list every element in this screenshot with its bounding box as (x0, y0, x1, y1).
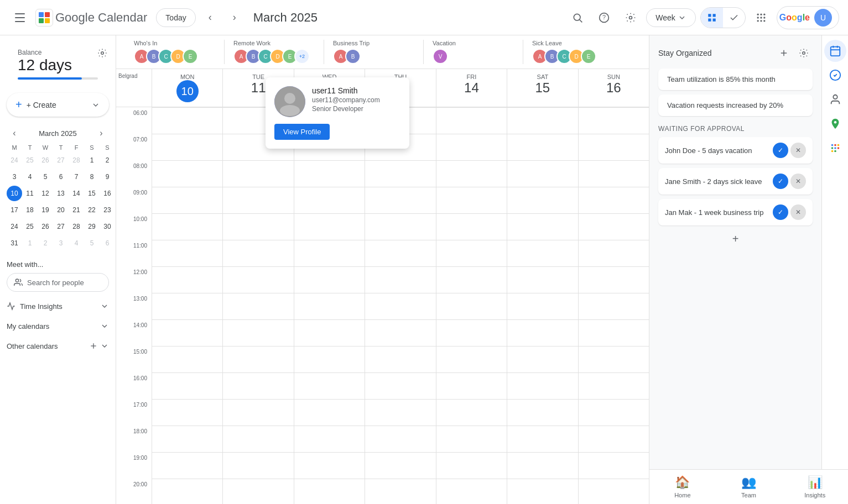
grid-cell[interactable] (507, 319, 578, 346)
mini-cal-day[interactable]: 1 (22, 235, 38, 251)
balance-settings-button[interactable] (93, 44, 111, 62)
grid-cell[interactable] (436, 134, 507, 160)
grid-view-button[interactable] (701, 8, 723, 28)
grid-cell[interactable] (222, 346, 293, 372)
grid-cell[interactable] (365, 213, 435, 240)
mini-cal-day[interactable]: 31 (7, 235, 22, 251)
mini-cal-day[interactable]: 17 (7, 202, 22, 218)
reject-button[interactable]: ✕ (790, 143, 806, 158)
grid-cell[interactable] (436, 160, 507, 187)
grid-cell[interactable] (365, 266, 435, 293)
grid-cell[interactable] (507, 107, 578, 134)
day-header-mon[interactable]: MON 10 (152, 69, 222, 107)
grid-cell[interactable] (152, 107, 222, 134)
mini-cal-day[interactable]: 25 (22, 219, 38, 234)
maps-icon-button[interactable] (824, 113, 846, 135)
settings-button[interactable] (620, 7, 642, 29)
mini-cal-day[interactable]: 18 (22, 202, 38, 218)
grid-cell[interactable] (294, 479, 365, 504)
mini-cal-day[interactable]: 20 (53, 202, 69, 218)
day-header-fri[interactable]: FRI 14 (436, 69, 507, 107)
mini-cal-day[interactable]: 2 (38, 235, 53, 251)
bottom-nav-home[interactable]: 🏠 Home (649, 470, 716, 504)
grid-cell[interactable] (222, 293, 293, 319)
mini-cal-day[interactable]: 19 (38, 202, 53, 218)
approve-button[interactable]: ✓ (773, 204, 788, 220)
grid-cell[interactable] (222, 240, 293, 266)
grid-cell[interactable] (294, 240, 365, 266)
grid-cell[interactable] (578, 319, 649, 346)
reject-button[interactable]: ✕ (790, 204, 806, 220)
mini-cal-day[interactable]: 29 (84, 219, 100, 234)
mini-cal-next-button[interactable]: › (93, 125, 109, 141)
grid-cell[interactable] (365, 452, 435, 479)
grid-cell[interactable] (436, 293, 507, 319)
mini-cal-day[interactable]: 24 (7, 153, 22, 168)
grid-cell[interactable] (507, 240, 578, 266)
avatar[interactable]: V (433, 49, 448, 64)
mini-cal-day[interactable]: 8 (84, 169, 100, 185)
grid-cell[interactable] (222, 160, 293, 187)
my-calendars-header[interactable]: My calendars (0, 318, 116, 334)
grid-cell[interactable] (365, 240, 435, 266)
grid-cell[interactable] (507, 346, 578, 372)
mini-cal-day[interactable]: 13 (53, 186, 69, 201)
mini-cal-day[interactable]: 1 (84, 153, 100, 168)
grid-cell[interactable] (507, 372, 578, 399)
grid-cell[interactable] (507, 426, 578, 452)
grid-cell[interactable] (436, 479, 507, 504)
grid-cell[interactable] (152, 346, 222, 372)
mini-cal-day[interactable]: 27 (53, 219, 69, 234)
approve-button[interactable]: ✓ (773, 174, 788, 189)
search-button[interactable] (566, 7, 589, 29)
day-header-sun[interactable]: SUN 16 (578, 69, 649, 107)
calendar-icon-button[interactable] (824, 40, 846, 62)
grid-cell[interactable] (578, 187, 649, 213)
grid-cell[interactable] (365, 187, 435, 213)
grid-cell[interactable] (152, 187, 222, 213)
mini-cal-day[interactable]: 28 (69, 219, 84, 234)
mini-cal-day[interactable]: 26 (38, 153, 53, 168)
grid-cell[interactable] (365, 426, 435, 452)
grid-cell[interactable] (578, 452, 649, 479)
grid-cell[interactable] (222, 452, 293, 479)
search-people-button[interactable]: Search for people (7, 273, 109, 292)
grid-cell[interactable] (152, 452, 222, 479)
grid-cell[interactable] (436, 266, 507, 293)
grid-cell[interactable] (507, 399, 578, 426)
mini-cal-day[interactable]: 9 (100, 169, 115, 185)
grid-cell[interactable] (436, 213, 507, 240)
mini-cal-day[interactable]: 6 (100, 235, 115, 251)
grid-cell[interactable] (222, 266, 293, 293)
grid-cell[interactable] (507, 134, 578, 160)
grid-cell[interactable] (436, 452, 507, 479)
mini-cal-day[interactable]: 14 (69, 186, 84, 201)
avatar[interactable]: E (581, 49, 596, 64)
grid-cell[interactable] (294, 266, 365, 293)
grid-cell[interactable] (152, 319, 222, 346)
help-button[interactable]: ? (593, 7, 615, 29)
grid-cell[interactable] (222, 213, 293, 240)
google-apps-icon-button[interactable] (824, 137, 846, 159)
reject-button[interactable]: ✕ (790, 174, 806, 189)
mini-cal-day[interactable]: 3 (7, 169, 22, 185)
next-period-button[interactable]: › (225, 8, 244, 28)
apps-button[interactable] (750, 7, 772, 29)
view-selector[interactable]: Week (646, 8, 696, 27)
grid-cell[interactable] (294, 160, 365, 187)
add-widget-button[interactable] (775, 44, 793, 62)
grid-cell[interactable] (578, 213, 649, 240)
mini-cal-day[interactable]: 21 (69, 202, 84, 218)
grid-cell[interactable] (222, 319, 293, 346)
grid-cell[interactable] (436, 319, 507, 346)
grid-cell[interactable] (507, 187, 578, 213)
grid-cell[interactable] (365, 346, 435, 372)
grid-cell[interactable] (222, 426, 293, 452)
prev-period-button[interactable]: ‹ (200, 8, 220, 28)
check-view-button[interactable] (723, 8, 745, 28)
grid-cell[interactable] (222, 399, 293, 426)
grid-cell[interactable] (365, 319, 435, 346)
mini-cal-day[interactable]: 5 (38, 169, 53, 185)
grid-cell[interactable] (578, 293, 649, 319)
mini-cal-day[interactable]: 28 (69, 153, 84, 168)
